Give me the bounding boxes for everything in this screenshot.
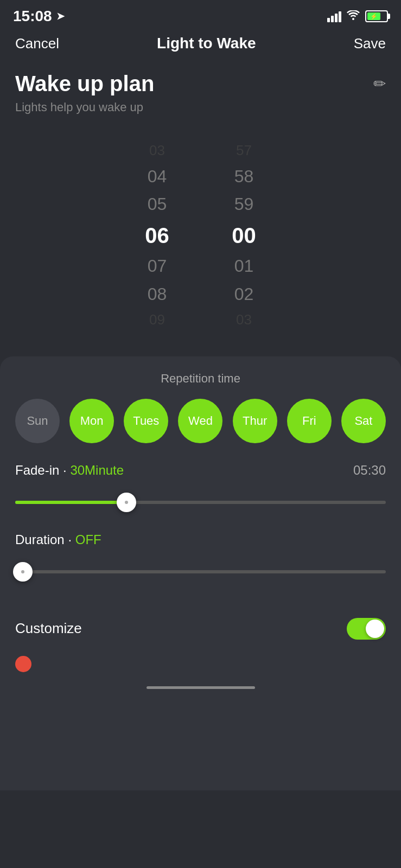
plan-header: Wake up plan ✏ [15,72,386,96]
hint-dot [15,656,31,672]
hour-item[interactable]: 03 [136,142,179,160]
thumb-inner [125,501,128,504]
home-indicator-bar [147,686,255,689]
time-picker-inner: 03040506070809 57585900010203 [0,136,401,346]
status-bar: 15:08 ➤ ⚡ [0,0,401,30]
day-button-sun[interactable]: Sun [15,399,60,443]
day-selector: SunMonTuesWedThurFriSat [15,399,386,443]
cancel-button[interactable]: Cancel [15,35,59,52]
bottom-card: Repetition time SunMonTuesWedThurFriSat … [0,356,401,790]
hour-item[interactable]: 09 [136,311,179,329]
day-button-fri[interactable]: Fri [287,399,332,443]
bottom-hint [15,650,386,678]
signal-bars-icon [327,10,341,22]
day-button-mon[interactable]: Mon [69,399,114,443]
hour-item[interactable]: 08 [136,283,179,306]
save-button[interactable]: Save [354,35,386,52]
customize-toggle[interactable] [347,618,386,640]
fade-in-label: Fade-in · 30Minute [15,463,124,478]
duration-slider-thumb[interactable] [13,562,33,582]
repetition-label: Repetition time [15,372,386,386]
status-icons: ⚡ [327,10,388,23]
duration-slider[interactable] [15,558,386,585]
battery-icon: ⚡ [365,10,388,22]
plan-subtitle: Lights help you wake up [15,100,386,114]
hour-item[interactable]: 04 [136,165,179,188]
thumb-inner [21,570,24,573]
minute-item[interactable]: 03 [222,311,266,329]
fade-in-slider-thumb[interactable] [117,493,136,512]
hour-item[interactable]: 05 [136,193,179,216]
status-time: 15:08 ➤ [13,8,65,25]
duration-row: Duration · OFF [15,532,386,547]
fade-in-slider-fill [15,501,126,504]
hour-item[interactable]: 07 [136,255,179,278]
plan-title: Wake up plan [15,72,154,96]
duration-slider-track [15,570,386,573]
minute-item[interactable]: 00 [222,221,266,250]
hour-column[interactable]: 03040506070809 [136,142,179,329]
minute-item[interactable]: 01 [222,255,266,278]
fade-in-slider[interactable] [15,489,386,516]
nav-bar: Cancel Light to Wake Save [0,30,401,61]
hour-item[interactable]: 06 [136,221,179,250]
duration-value: OFF [75,532,101,547]
time-display: 15:08 [13,8,52,25]
duration-label: Duration · OFF [15,532,101,547]
home-indicator [15,678,386,698]
edit-icon[interactable]: ✏ [373,75,386,93]
navigation-arrow-icon: ➤ [56,10,65,22]
page-title: Light to Wake [157,35,256,52]
wifi-icon [347,10,360,23]
fade-in-time: 05:30 [353,463,386,478]
day-button-tues[interactable]: Tues [124,399,168,443]
fade-in-value: 30Minute [70,463,124,477]
minute-item[interactable]: 59 [222,193,266,216]
fade-in-slider-track [15,501,386,504]
time-picker[interactable]: 03040506070809 57585900010203 [0,131,401,351]
fade-in-row: Fade-in · 30Minute 05:30 [15,463,386,478]
plan-section: Wake up plan ✏ Lights help you wake up [0,61,401,131]
day-button-thur[interactable]: Thur [233,399,277,443]
minute-item[interactable]: 57 [222,142,266,160]
day-button-wed[interactable]: Wed [178,399,222,443]
minute-column[interactable]: 57585900010203 [222,142,266,329]
minute-item[interactable]: 02 [222,283,266,306]
day-button-sat[interactable]: Sat [341,399,386,443]
customize-label: Customize [15,620,82,637]
minute-item[interactable]: 58 [222,165,266,188]
toggle-knob [366,620,384,638]
customize-row: Customize [15,602,386,650]
